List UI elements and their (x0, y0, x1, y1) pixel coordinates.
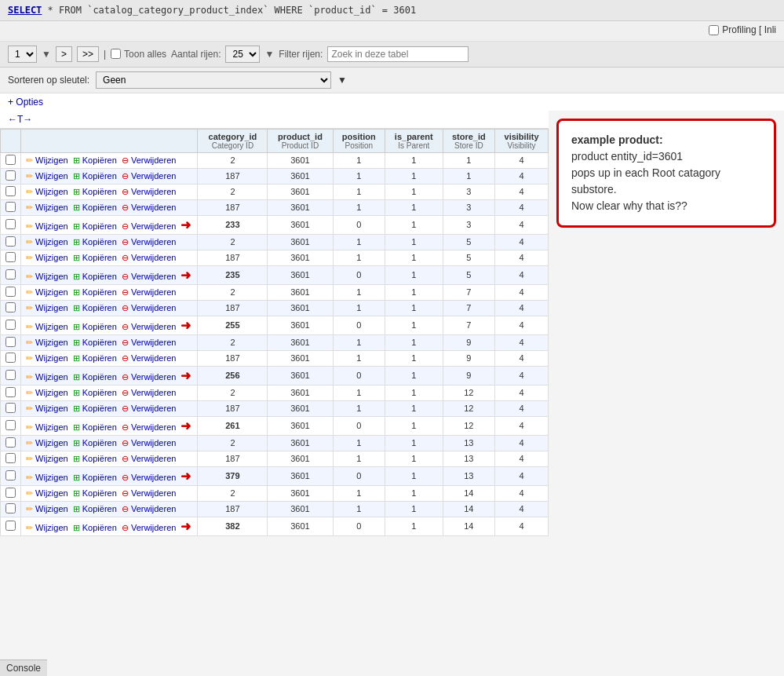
delete-button[interactable]: ⊖ Verwijderen (122, 388, 177, 397)
copy-button[interactable]: ⊞ Kopiëren (73, 203, 117, 212)
row-checkbox[interactable] (5, 302, 16, 312)
row-checkbox[interactable] (5, 370, 16, 380)
copy-button[interactable]: ⊞ Kopiëren (73, 253, 117, 262)
page-select[interactable]: 1 (8, 46, 37, 63)
row-checkbox[interactable] (5, 202, 16, 212)
delete-button[interactable]: ⊖ Verwijderen (122, 322, 177, 331)
row-checkbox[interactable] (5, 470, 16, 481)
row-checkbox[interactable] (5, 236, 16, 247)
edit-button[interactable]: ✏ Wijzigen (26, 221, 68, 231)
copy-button[interactable]: ⊞ Kopiëren (73, 155, 117, 165)
copy-button[interactable]: ⊞ Kopiëren (73, 187, 117, 196)
copy-button[interactable]: ⊞ Kopiëren (73, 353, 117, 363)
copy-button[interactable]: ⊞ Kopiëren (73, 422, 117, 432)
edit-button[interactable]: ✏ Wijzigen (26, 155, 68, 165)
copy-button[interactable]: ⊞ Kopiëren (73, 404, 117, 413)
delete-button[interactable]: ⊖ Verwijderen (122, 454, 177, 463)
row-checkbox[interactable] (5, 437, 16, 448)
row-checkbox[interactable] (5, 287, 16, 297)
edit-button[interactable]: ✏ Wijzigen (26, 454, 68, 463)
row-checkbox[interactable] (5, 453, 16, 463)
delete-button[interactable]: ⊖ Verwijderen (122, 504, 177, 513)
delete-button[interactable]: ⊖ Verwijderen (122, 237, 177, 247)
copy-button[interactable]: ⊞ Kopiëren (73, 338, 117, 347)
edit-button[interactable]: ✏ Wijzigen (26, 187, 68, 196)
edit-button[interactable]: ✏ Wijzigen (26, 438, 68, 448)
copy-button[interactable]: ⊞ Kopiëren (73, 473, 117, 482)
edit-button[interactable]: ✏ Wijzigen (26, 322, 68, 331)
copy-button[interactable]: ⊞ Kopiëren (73, 221, 117, 231)
delete-button[interactable]: ⊖ Verwijderen (122, 253, 177, 262)
row-checkbox[interactable] (5, 403, 16, 413)
edit-button[interactable]: ✏ Wijzigen (26, 303, 68, 312)
copy-button[interactable]: ⊞ Kopiëren (73, 287, 117, 297)
copy-button[interactable]: ⊞ Kopiëren (73, 388, 117, 397)
edit-button[interactable]: ✏ Wijzigen (26, 422, 68, 432)
edit-button[interactable]: ✏ Wijzigen (26, 287, 68, 297)
delete-button[interactable]: ⊖ Verwijderen (122, 422, 177, 432)
delete-button[interactable]: ⊖ Verwijderen (122, 272, 177, 281)
delete-button[interactable]: ⊖ Verwijderen (122, 155, 177, 165)
delete-button[interactable]: ⊖ Verwijderen (122, 303, 177, 312)
rows-select[interactable]: 25 (225, 46, 260, 63)
delete-button[interactable]: ⊖ Verwijderen (122, 438, 177, 448)
nav-next-button[interactable]: > (56, 46, 72, 62)
delete-button[interactable]: ⊖ Verwijderen (122, 523, 177, 532)
row-checkbox[interactable] (5, 337, 16, 347)
edit-button[interactable]: ✏ Wijzigen (26, 353, 68, 363)
search-input[interactable] (327, 46, 469, 62)
edit-button[interactable]: ✏ Wijzigen (26, 388, 68, 397)
col-left-arrow[interactable]: ←T→ (8, 114, 32, 125)
row-checkbox[interactable] (5, 503, 16, 513)
row-checkbox[interactable] (5, 269, 16, 280)
copy-button[interactable]: ⊞ Kopiëren (73, 237, 117, 247)
edit-button[interactable]: ✏ Wijzigen (26, 237, 68, 247)
edit-button[interactable]: ✏ Wijzigen (26, 488, 68, 498)
edit-button[interactable]: ✏ Wijzigen (26, 338, 68, 347)
copy-button[interactable]: ⊞ Kopiëren (73, 171, 117, 181)
delete-button[interactable]: ⊖ Verwijderen (122, 187, 177, 196)
row-checkbox[interactable] (5, 488, 16, 498)
copy-button[interactable]: ⊞ Kopiëren (73, 322, 117, 331)
edit-button[interactable]: ✏ Wijzigen (26, 473, 68, 482)
edit-button[interactable]: ✏ Wijzigen (26, 171, 68, 181)
copy-button[interactable]: ⊞ Kopiëren (73, 272, 117, 281)
edit-button[interactable]: ✏ Wijzigen (26, 272, 68, 281)
row-checkbox[interactable] (5, 219, 16, 229)
copy-button[interactable]: ⊞ Kopiëren (73, 523, 117, 532)
row-checkbox[interactable] (5, 155, 16, 165)
edit-button[interactable]: ✏ Wijzigen (26, 253, 68, 262)
delete-button[interactable]: ⊖ Verwijderen (122, 338, 177, 347)
copy-button[interactable]: ⊞ Kopiëren (73, 303, 117, 312)
delete-button[interactable]: ⊖ Verwijderen (122, 488, 177, 498)
profiling-label[interactable]: Profiling [ Inli (709, 24, 776, 35)
delete-button[interactable]: ⊖ Verwijderen (122, 372, 177, 382)
nav-last-button[interactable]: >> (77, 46, 99, 62)
show-all-label[interactable]: Toon alles (111, 49, 166, 60)
delete-button[interactable]: ⊖ Verwijderen (122, 404, 177, 413)
delete-button[interactable]: ⊖ Verwijderen (122, 353, 177, 363)
delete-button[interactable]: ⊖ Verwijderen (122, 287, 177, 297)
profiling-checkbox[interactable] (709, 25, 719, 35)
edit-button[interactable]: ✏ Wijzigen (26, 404, 68, 413)
show-all-checkbox[interactable] (111, 49, 121, 59)
edit-button[interactable]: ✏ Wijzigen (26, 203, 68, 212)
options-link[interactable]: + Opties (8, 97, 43, 108)
delete-button[interactable]: ⊖ Verwijderen (122, 171, 177, 181)
edit-button[interactable]: ✏ Wijzigen (26, 504, 68, 513)
copy-button[interactable]: ⊞ Kopiëren (73, 438, 117, 448)
row-checkbox[interactable] (5, 521, 16, 531)
sort-select[interactable]: Geen (96, 71, 331, 89)
copy-button[interactable]: ⊞ Kopiëren (73, 372, 117, 382)
copy-button[interactable]: ⊞ Kopiëren (73, 454, 117, 463)
row-checkbox[interactable] (5, 252, 16, 262)
copy-button[interactable]: ⊞ Kopiëren (73, 488, 117, 498)
row-checkbox[interactable] (5, 170, 16, 181)
row-checkbox[interactable] (5, 353, 16, 363)
delete-button[interactable]: ⊖ Verwijderen (122, 473, 177, 482)
row-checkbox[interactable] (5, 186, 16, 196)
delete-button[interactable]: ⊖ Verwijderen (122, 221, 177, 231)
row-checkbox[interactable] (5, 387, 16, 397)
copy-button[interactable]: ⊞ Kopiëren (73, 504, 117, 513)
row-checkbox[interactable] (5, 320, 16, 330)
